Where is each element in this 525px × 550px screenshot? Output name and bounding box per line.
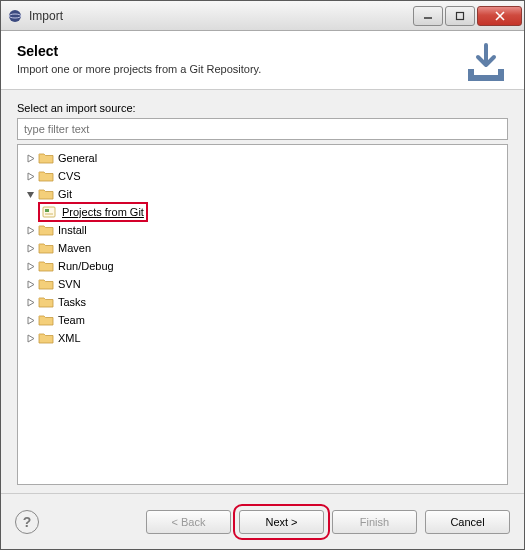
folder-icon: [38, 223, 54, 237]
dialog-content: Select an import source: GeneralCVSGitPr…: [1, 90, 524, 493]
cancel-button[interactable]: Cancel: [425, 510, 510, 534]
finish-button[interactable]: Finish: [332, 510, 417, 534]
tree-folder-label: Git: [58, 188, 72, 200]
import-tree[interactable]: GeneralCVSGitProjects from GitInstallMav…: [17, 144, 508, 485]
tree-folder[interactable]: XML: [20, 329, 505, 347]
import-dialog: Import Select Import one or more project…: [0, 0, 525, 550]
help-button[interactable]: ?: [15, 510, 39, 534]
next-button[interactable]: Next >: [239, 510, 324, 534]
tree-folder[interactable]: General: [20, 149, 505, 167]
folder-icon: [38, 277, 54, 291]
folder-icon: [38, 169, 54, 183]
maximize-button[interactable]: [445, 6, 475, 26]
wizard-icon: [42, 205, 58, 219]
tree-folder-label: General: [58, 152, 97, 164]
folder-icon: [38, 187, 54, 201]
back-button-label: < Back: [172, 516, 206, 528]
title-bar[interactable]: Import: [1, 1, 524, 31]
tree-folder[interactable]: Git: [20, 185, 505, 203]
tree-twisty[interactable]: [24, 332, 36, 344]
back-button[interactable]: < Back: [146, 510, 231, 534]
filter-input[interactable]: [17, 118, 508, 140]
source-label: Select an import source:: [17, 102, 508, 114]
tree-folder[interactable]: Run/Debug: [20, 257, 505, 275]
close-button[interactable]: [477, 6, 522, 26]
folder-icon: [38, 241, 54, 255]
tree-folder-label: SVN: [58, 278, 81, 290]
tree-twisty[interactable]: [24, 242, 36, 254]
tree-folder-label: Maven: [58, 242, 91, 254]
folder-icon: [38, 313, 54, 327]
svg-point-0: [9, 10, 21, 22]
finish-button-label: Finish: [360, 516, 389, 528]
tree-folder[interactable]: Maven: [20, 239, 505, 257]
banner-heading: Select: [17, 43, 508, 59]
tree-item-label: Projects from Git: [62, 206, 144, 218]
tree-twisty: [24, 206, 36, 218]
tree-folder[interactable]: Team: [20, 311, 505, 329]
folder-icon: [38, 295, 54, 309]
window-title: Import: [29, 9, 413, 23]
tree-folder-label: Install: [58, 224, 87, 236]
next-button-label: Next >: [265, 516, 297, 528]
window-controls: [413, 6, 522, 26]
tree-folder-label: CVS: [58, 170, 81, 182]
tree-folder[interactable]: CVS: [20, 167, 505, 185]
tree-folder-label: Tasks: [58, 296, 86, 308]
banner-subtext: Import one or more projects from a Git R…: [17, 63, 508, 75]
tree-twisty[interactable]: [24, 296, 36, 308]
folder-icon: [38, 259, 54, 273]
tree-twisty[interactable]: [24, 260, 36, 272]
tree-twisty[interactable]: [24, 188, 36, 200]
svg-rect-3: [457, 12, 464, 19]
button-bar: ? < Back Next > Finish Cancel: [1, 493, 524, 549]
tree-twisty[interactable]: [24, 170, 36, 182]
cancel-button-label: Cancel: [450, 516, 484, 528]
folder-icon: [38, 331, 54, 345]
tree-folder[interactable]: Tasks: [20, 293, 505, 311]
tree-twisty[interactable]: [24, 224, 36, 236]
tree-twisty[interactable]: [24, 278, 36, 290]
minimize-button[interactable]: [413, 6, 443, 26]
folder-icon: [38, 151, 54, 165]
eclipse-icon: [7, 8, 23, 24]
tree-folder[interactable]: Install: [20, 221, 505, 239]
tree-twisty[interactable]: [24, 152, 36, 164]
tree-folder-label: Team: [58, 314, 85, 326]
svg-rect-7: [45, 209, 49, 212]
tree-folder-label: Run/Debug: [58, 260, 114, 272]
tree-folder-label: XML: [58, 332, 81, 344]
dialog-banner: Select Import one or more projects from …: [1, 31, 524, 90]
tree-twisty[interactable]: [24, 314, 36, 326]
tree-item[interactable]: Projects from Git: [20, 203, 505, 221]
import-icon: [462, 39, 510, 87]
tree-folder[interactable]: SVN: [20, 275, 505, 293]
